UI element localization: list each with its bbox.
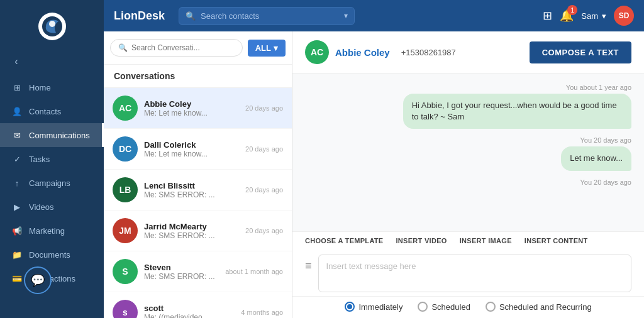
message-time: 20 days ago: [245, 104, 283, 112]
chat-panel: AC Abbie Coley +15308261987 COMPOSE A TE…: [292, 31, 644, 318]
sidebar-item-home[interactable]: ⊞ Home: [0, 75, 104, 99]
communications-icon: ✉: [11, 129, 23, 141]
sidebar-item-label: Contacts: [29, 107, 61, 116]
message-preview: Me: Let me know...: [144, 150, 239, 158]
contact-name: Jarrid McMearty: [144, 222, 239, 231]
immediately-radio[interactable]: Immediately: [345, 302, 402, 312]
scheduled-label: Scheduled: [431, 302, 470, 312]
sidebar-item-marketing[interactable]: 📢 Marketing: [0, 219, 104, 243]
message-preview: Me: SMS ERROR: ...: [144, 190, 239, 199]
message-timestamp: You 20 days ago: [580, 136, 631, 144]
scheduled-recurring-radio[interactable]: Scheduled and Recurring: [486, 302, 592, 312]
campaigns-icon: ↑: [11, 177, 23, 189]
sidebar-item-tasks[interactable]: ✓ Tasks: [0, 147, 104, 171]
insert-video-button[interactable]: INSERT VIDEO: [396, 237, 447, 244]
list-item[interactable]: DC Dalli Colerick Me: Let me know... 20 …: [104, 129, 292, 170]
sidebar-item-label: Marketing: [29, 226, 65, 236]
tasks-icon: ✓: [11, 153, 23, 165]
search-bar[interactable]: 🔍 ▾: [179, 7, 355, 25]
message-row: You 20 days ago Let me know...: [305, 136, 631, 170]
message-timestamp: You 20 days ago: [305, 178, 631, 186]
svg-point-1: [49, 21, 55, 27]
insert-image-button[interactable]: INSERT IMAGE: [460, 237, 512, 244]
chat-header: AC Abbie Coley +15308261987 COMPOSE A TE…: [292, 31, 644, 74]
header-right: ⊞ 🔔 1 Sam ▾ SD: [543, 6, 634, 26]
chevron-down-icon: ▾: [274, 43, 278, 53]
message-bubble: Hi Abbie, I got your request...when woul…: [403, 94, 631, 129]
avatar: LB: [113, 177, 138, 202]
videos-icon: ▶: [11, 201, 23, 212]
list-item[interactable]: JM Jarrid McMearty Me: SMS ERROR: ... 20…: [104, 211, 292, 251]
conversation-info: Jarrid McMearty Me: SMS ERROR: ...: [144, 222, 239, 240]
radio-options: Immediately Scheduled Scheduled and Recu…: [292, 296, 644, 318]
choose-template-button[interactable]: CHOOSE A TEMPLATE: [305, 237, 383, 244]
user-name: Sam: [581, 11, 598, 21]
scheduled-recurring-label: Scheduled and Recurring: [499, 302, 592, 312]
sidebar-item-campaigns[interactable]: ↑ Campaigns: [0, 171, 104, 195]
list-item[interactable]: AC Abbie Coley Me: Let me know... 20 day…: [104, 88, 292, 129]
right-area: LionDesk 🔍 ▾ ⊞ 🔔 1 Sam ▾ SD: [104, 0, 644, 318]
text-input-area: ≡: [292, 249, 644, 296]
sidebar-item-label: Communications: [29, 131, 90, 140]
message-time: 4 months ago: [241, 309, 283, 316]
list-item[interactable]: LB Lenci Blissitt Me: SMS ERROR: ... 20 …: [104, 170, 292, 211]
message-time: 20 days ago: [245, 186, 283, 194]
avatar: S: [113, 259, 138, 284]
marketing-icon: 📢: [11, 225, 23, 236]
conversation-search-input[interactable]: [131, 43, 235, 52]
all-filter-button[interactable]: ALL ▾: [248, 40, 286, 57]
user-menu-button[interactable]: Sam ▾: [581, 11, 606, 21]
nav-items: ⊞ Home 👤 Contacts ✉ Communications ✓ Tas…: [0, 75, 104, 290]
chat-bubble-button[interactable]: 💬: [24, 266, 52, 294]
chat-avatar: AC: [305, 40, 329, 64]
radio-circle: [418, 302, 428, 312]
message-time: 20 days ago: [245, 145, 283, 153]
sidebar-item-label: Campaigns: [29, 178, 70, 188]
avatar: JM: [113, 218, 138, 243]
grid-icon[interactable]: ⊞: [543, 9, 552, 23]
list-item[interactable]: S Steven Me: SMS ERROR: ... about 1 mont…: [104, 251, 292, 292]
list-item[interactable]: s scott Me: ((mediavideo... 4 months ago: [104, 292, 292, 318]
contact-name: Lenci Blissitt: [144, 181, 239, 190]
contact-name: Steven: [144, 263, 219, 272]
scheduled-radio[interactable]: Scheduled: [418, 302, 470, 312]
menu-icon[interactable]: ≡: [305, 260, 312, 273]
avatar: s: [113, 300, 138, 318]
search-dropdown-button[interactable]: ▾: [344, 11, 348, 20]
conversation-search[interactable]: 🔍: [110, 39, 243, 57]
sidebar-collapse-button[interactable]: ‹: [8, 53, 25, 70]
search-icon: 🔍: [186, 11, 196, 21]
transactions-icon: 💳: [11, 273, 23, 284]
content-area: 🔍 ALL ▾ Conversations AC Abbie Coley Me: [104, 31, 644, 318]
message-preview: Me: SMS ERROR: ...: [144, 231, 239, 240]
conversation-info: Abbie Coley Me: Let me know...: [144, 99, 239, 118]
sidebar-item-transactions[interactable]: 💳 Transactions: [0, 266, 104, 290]
sidebar-item-communications[interactable]: ✉ Communications: [0, 123, 104, 147]
home-icon: ⊞: [11, 82, 23, 93]
messages-area: You about 1 year ago Hi Abbie, I got you…: [292, 74, 644, 231]
message-preview: Me: Let me know...: [144, 109, 239, 118]
message-row: You about 1 year ago Hi Abbie, I got you…: [305, 84, 631, 129]
chevron-down-icon: ▾: [602, 11, 606, 21]
header: LionDesk 🔍 ▾ ⊞ 🔔 1 Sam ▾ SD: [104, 0, 644, 31]
message-preview: Me: SMS ERROR: ...: [144, 272, 219, 281]
conversation-info: Dalli Colerick Me: Let me know...: [144, 140, 239, 158]
avatar: AC: [113, 96, 138, 121]
notification-badge[interactable]: 🔔 1: [560, 9, 574, 23]
sidebar-item-contacts[interactable]: 👤 Contacts: [0, 99, 104, 123]
sidebar-item-label: Home: [29, 83, 51, 92]
sidebar-item-videos[interactable]: ▶ Videos: [0, 195, 104, 219]
message-time: about 1 month ago: [225, 268, 283, 275]
insert-content-button[interactable]: INSERT CONTENT: [525, 237, 588, 244]
chat-icon: 💬: [31, 273, 45, 287]
search-input[interactable]: [201, 11, 339, 21]
sidebar: ‹ ⊞ Home 👤 Contacts ✉ Communications ✓ T…: [0, 0, 104, 318]
compose-text-button[interactable]: COMPOSE A TEXT: [530, 41, 631, 63]
app-title: LionDesk: [114, 9, 165, 23]
chat-contact-name[interactable]: Abbie Coley: [335, 47, 390, 58]
sidebar-item-label: Tasks: [29, 155, 50, 164]
message-input[interactable]: [318, 255, 631, 292]
sidebar-item-documents[interactable]: 📁 Documents: [0, 243, 104, 266]
notification-count: 1: [567, 5, 577, 15]
logo: [38, 13, 66, 40]
